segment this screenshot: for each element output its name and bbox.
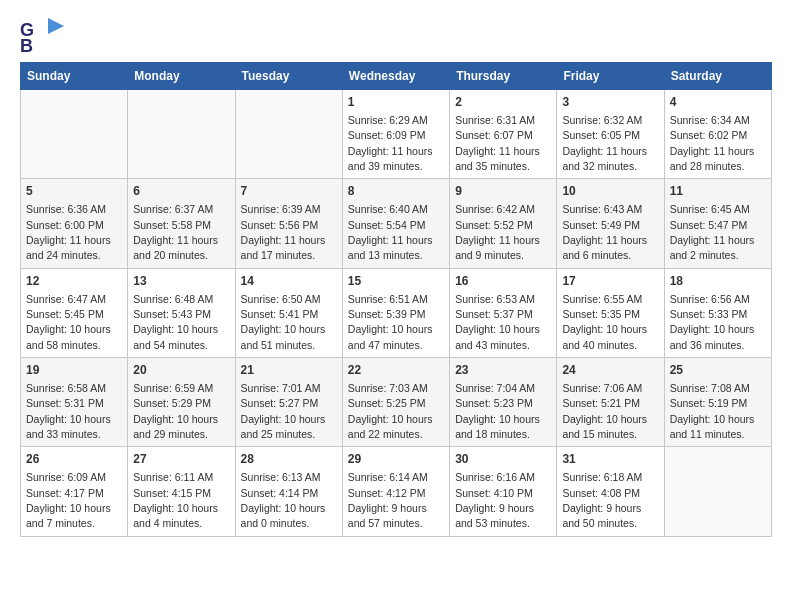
day-number: 4 [670,94,766,111]
day-cell: 30Sunrise: 6:16 AMSunset: 4:10 PMDayligh… [450,447,557,536]
day-cell: 26Sunrise: 6:09 AMSunset: 4:17 PMDayligh… [21,447,128,536]
day-info: Sunrise: 6:59 AMSunset: 5:29 PMDaylight:… [133,382,218,440]
day-info: Sunrise: 7:06 AMSunset: 5:21 PMDaylight:… [562,382,647,440]
day-cell [664,447,771,536]
day-info: Sunrise: 6:45 AMSunset: 5:47 PMDaylight:… [670,203,755,261]
day-info: Sunrise: 6:39 AMSunset: 5:56 PMDaylight:… [241,203,326,261]
calendar-body: 1Sunrise: 6:29 AMSunset: 6:09 PMDaylight… [21,90,772,537]
logo: G B [20,16,66,54]
header-cell-saturday: Saturday [664,63,771,90]
day-info: Sunrise: 6:58 AMSunset: 5:31 PMDaylight:… [26,382,111,440]
day-number: 6 [133,183,229,200]
day-cell: 16Sunrise: 6:53 AMSunset: 5:37 PMDayligh… [450,268,557,357]
day-number: 25 [670,362,766,379]
day-cell: 15Sunrise: 6:51 AMSunset: 5:39 PMDayligh… [342,268,449,357]
day-cell: 24Sunrise: 7:06 AMSunset: 5:21 PMDayligh… [557,358,664,447]
day-cell [235,90,342,179]
day-cell: 25Sunrise: 7:08 AMSunset: 5:19 PMDayligh… [664,358,771,447]
day-cell: 5Sunrise: 6:36 AMSunset: 6:00 PMDaylight… [21,179,128,268]
day-info: Sunrise: 6:37 AMSunset: 5:58 PMDaylight:… [133,203,218,261]
day-number: 12 [26,273,122,290]
day-info: Sunrise: 6:36 AMSunset: 6:00 PMDaylight:… [26,203,111,261]
day-info: Sunrise: 6:47 AMSunset: 5:45 PMDaylight:… [26,293,111,351]
day-number: 20 [133,362,229,379]
day-number: 23 [455,362,551,379]
day-number: 18 [670,273,766,290]
day-number: 17 [562,273,658,290]
day-number: 16 [455,273,551,290]
day-number: 2 [455,94,551,111]
day-number: 7 [241,183,337,200]
day-info: Sunrise: 7:04 AMSunset: 5:23 PMDaylight:… [455,382,540,440]
week-row-5: 26Sunrise: 6:09 AMSunset: 4:17 PMDayligh… [21,447,772,536]
day-info: Sunrise: 6:48 AMSunset: 5:43 PMDaylight:… [133,293,218,351]
day-number: 11 [670,183,766,200]
day-number: 14 [241,273,337,290]
day-number: 15 [348,273,444,290]
day-number: 9 [455,183,551,200]
day-info: Sunrise: 6:34 AMSunset: 6:02 PMDaylight:… [670,114,755,172]
day-cell: 2Sunrise: 6:31 AMSunset: 6:07 PMDaylight… [450,90,557,179]
day-info: Sunrise: 6:56 AMSunset: 5:33 PMDaylight:… [670,293,755,351]
day-cell: 10Sunrise: 6:43 AMSunset: 5:49 PMDayligh… [557,179,664,268]
day-cell [128,90,235,179]
day-info: Sunrise: 6:40 AMSunset: 5:54 PMDaylight:… [348,203,433,261]
calendar-page: G B SundayMondayTuesdayWednesdayThursday… [0,0,792,553]
week-row-4: 19Sunrise: 6:58 AMSunset: 5:31 PMDayligh… [21,358,772,447]
day-info: Sunrise: 7:03 AMSunset: 5:25 PMDaylight:… [348,382,433,440]
day-number: 19 [26,362,122,379]
day-number: 29 [348,451,444,468]
day-cell: 22Sunrise: 7:03 AMSunset: 5:25 PMDayligh… [342,358,449,447]
day-info: Sunrise: 6:14 AMSunset: 4:12 PMDaylight:… [348,471,428,529]
day-cell: 19Sunrise: 6:58 AMSunset: 5:31 PMDayligh… [21,358,128,447]
svg-text:B: B [20,36,33,54]
day-number: 28 [241,451,337,468]
day-cell: 6Sunrise: 6:37 AMSunset: 5:58 PMDaylight… [128,179,235,268]
day-cell: 23Sunrise: 7:04 AMSunset: 5:23 PMDayligh… [450,358,557,447]
day-number: 22 [348,362,444,379]
day-cell: 13Sunrise: 6:48 AMSunset: 5:43 PMDayligh… [128,268,235,357]
week-row-2: 5Sunrise: 6:36 AMSunset: 6:00 PMDaylight… [21,179,772,268]
day-cell: 3Sunrise: 6:32 AMSunset: 6:05 PMDaylight… [557,90,664,179]
day-info: Sunrise: 6:50 AMSunset: 5:41 PMDaylight:… [241,293,326,351]
day-cell: 14Sunrise: 6:50 AMSunset: 5:41 PMDayligh… [235,268,342,357]
day-number: 24 [562,362,658,379]
day-number: 31 [562,451,658,468]
day-info: Sunrise: 6:31 AMSunset: 6:07 PMDaylight:… [455,114,540,172]
day-info: Sunrise: 6:13 AMSunset: 4:14 PMDaylight:… [241,471,326,529]
day-cell: 18Sunrise: 6:56 AMSunset: 5:33 PMDayligh… [664,268,771,357]
header-cell-tuesday: Tuesday [235,63,342,90]
header-cell-friday: Friday [557,63,664,90]
day-number: 30 [455,451,551,468]
day-number: 10 [562,183,658,200]
calendar-header: SundayMondayTuesdayWednesdayThursdayFrid… [21,63,772,90]
day-cell: 27Sunrise: 6:11 AMSunset: 4:15 PMDayligh… [128,447,235,536]
day-cell: 8Sunrise: 6:40 AMSunset: 5:54 PMDaylight… [342,179,449,268]
day-cell: 1Sunrise: 6:29 AMSunset: 6:09 PMDaylight… [342,90,449,179]
day-cell: 17Sunrise: 6:55 AMSunset: 5:35 PMDayligh… [557,268,664,357]
day-info: Sunrise: 7:01 AMSunset: 5:27 PMDaylight:… [241,382,326,440]
day-cell: 21Sunrise: 7:01 AMSunset: 5:27 PMDayligh… [235,358,342,447]
day-cell: 20Sunrise: 6:59 AMSunset: 5:29 PMDayligh… [128,358,235,447]
calendar-table: SundayMondayTuesdayWednesdayThursdayFrid… [20,62,772,537]
header-cell-wednesday: Wednesday [342,63,449,90]
header-cell-sunday: Sunday [21,63,128,90]
day-info: Sunrise: 6:53 AMSunset: 5:37 PMDaylight:… [455,293,540,351]
day-number: 13 [133,273,229,290]
day-info: Sunrise: 6:09 AMSunset: 4:17 PMDaylight:… [26,471,111,529]
day-info: Sunrise: 7:08 AMSunset: 5:19 PMDaylight:… [670,382,755,440]
day-cell: 28Sunrise: 6:13 AMSunset: 4:14 PMDayligh… [235,447,342,536]
header-cell-thursday: Thursday [450,63,557,90]
day-cell: 11Sunrise: 6:45 AMSunset: 5:47 PMDayligh… [664,179,771,268]
day-cell: 4Sunrise: 6:34 AMSunset: 6:02 PMDaylight… [664,90,771,179]
day-cell [21,90,128,179]
day-info: Sunrise: 6:16 AMSunset: 4:10 PMDaylight:… [455,471,535,529]
day-number: 8 [348,183,444,200]
day-cell: 7Sunrise: 6:39 AMSunset: 5:56 PMDaylight… [235,179,342,268]
day-info: Sunrise: 6:43 AMSunset: 5:49 PMDaylight:… [562,203,647,261]
day-cell: 29Sunrise: 6:14 AMSunset: 4:12 PMDayligh… [342,447,449,536]
header-cell-monday: Monday [128,63,235,90]
day-number: 26 [26,451,122,468]
day-cell: 9Sunrise: 6:42 AMSunset: 5:52 PMDaylight… [450,179,557,268]
header: G B [20,16,772,54]
